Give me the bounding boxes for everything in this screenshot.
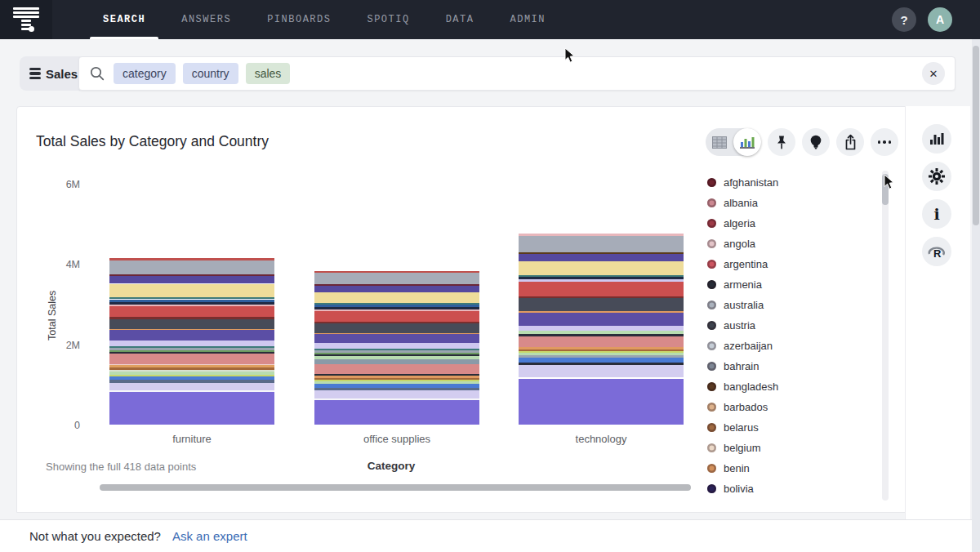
bar-segment[interactable] <box>109 392 274 425</box>
bar-segment[interactable] <box>519 282 684 296</box>
ellipsis-icon <box>878 140 892 144</box>
legend-item-armenia[interactable]: armenia <box>707 274 871 295</box>
legend-label: belgium <box>724 442 761 454</box>
bar-segment[interactable] <box>109 306 274 317</box>
legend-item-albania[interactable]: albania <box>707 193 871 213</box>
lightbulb-icon <box>809 134 822 150</box>
bar-segment[interactable] <box>109 319 274 329</box>
legend-item-barbados[interactable]: barbados <box>707 397 871 417</box>
bar-segment[interactable] <box>314 273 479 284</box>
bar-segment[interactable] <box>519 365 684 377</box>
legend-item-azerbaijan[interactable]: azerbaijan <box>707 336 871 356</box>
pin-button[interactable] <box>768 128 795 156</box>
query-details-button[interactable]: i <box>922 199 951 229</box>
legend-dot <box>707 300 716 309</box>
legend-item-benin[interactable]: benin <box>707 458 871 479</box>
bar-segment[interactable] <box>314 323 479 333</box>
legend-item-angola[interactable]: angola <box>707 234 871 254</box>
chart-settings-button[interactable] <box>922 162 951 191</box>
legend-label: australia <box>724 299 764 311</box>
bar-segment[interactable] <box>109 330 274 341</box>
chart-legend: afghanistanalbaniaalgeriaangolaargentina… <box>707 172 871 499</box>
stacked-bar-technology[interactable] <box>519 234 684 425</box>
nav-item-pinboards[interactable]: PINBOARDS <box>249 0 349 39</box>
search-token-sales[interactable]: sales <box>246 63 291 84</box>
gear-icon <box>928 167 946 185</box>
bar-segment[interactable] <box>314 286 479 292</box>
legend-scrollbar-track[interactable] <box>882 171 889 501</box>
page-scrollbar-thumb[interactable] <box>973 46 979 225</box>
legend-label: barbados <box>724 401 768 413</box>
x-category-office-supplies: office supplies <box>314 433 479 445</box>
nav-item-data[interactable]: DATA <box>428 0 492 39</box>
bar-segment[interactable] <box>109 341 274 346</box>
table-icon <box>712 136 727 149</box>
thoughtspot-logo[interactable] <box>0 0 52 39</box>
stacked-bar-office-supplies[interactable] <box>314 271 479 425</box>
bar-segment[interactable] <box>314 343 479 349</box>
stacked-bar-furniture[interactable] <box>109 258 274 425</box>
bar-segment[interactable] <box>519 254 684 261</box>
bar-segment[interactable] <box>314 400 479 425</box>
answer-toolbar <box>706 128 898 156</box>
legend-item-algeria[interactable]: algeria <box>707 213 871 234</box>
more-options-button[interactable] <box>871 128 898 156</box>
search-bar[interactable]: categorycountrysales ✕ <box>78 56 956 91</box>
legend-item-bahrain[interactable]: bahrain <box>707 356 871 376</box>
legend-dot <box>707 239 716 248</box>
legend-item-austria[interactable]: austria <box>707 315 871 336</box>
bar-segment[interactable] <box>519 336 684 347</box>
answer-title: Total Sales by Category and Country <box>36 133 269 150</box>
bar-segment[interactable] <box>519 261 684 275</box>
spotiq-insight-button[interactable] <box>802 128 830 156</box>
r-analysis-button[interactable]: R <box>922 237 951 266</box>
bar-chart-icon <box>929 132 944 145</box>
help-button[interactable]: ? <box>892 7 916 32</box>
bar-segment[interactable] <box>314 390 479 398</box>
datasource-selector[interactable]: Sales <box>20 56 87 91</box>
bar-segment[interactable] <box>519 236 684 252</box>
expert-footer: Not what you expected? Ask an expert <box>0 519 972 552</box>
bar-segment[interactable] <box>519 298 684 311</box>
legend-item-bolivia[interactable]: bolivia <box>707 479 871 499</box>
bar-segment[interactable] <box>314 292 479 303</box>
nav-item-spotiq[interactable]: SPOTIQ <box>349 0 427 39</box>
bar-segment[interactable] <box>519 313 684 326</box>
search-token-country[interactable]: country <box>183 63 238 84</box>
bar-segment[interactable] <box>314 364 479 374</box>
legend-label: bahrain <box>724 360 759 372</box>
legend-label: bangladesh <box>724 381 778 393</box>
pin-icon <box>774 135 789 150</box>
legend-item-bangladesh[interactable]: bangladesh <box>707 376 871 397</box>
legend-item-argentina[interactable]: argentina <box>707 254 871 274</box>
bar-segment[interactable] <box>109 354 274 364</box>
ask-expert-link[interactable]: Ask an expert <box>172 529 247 543</box>
top-nav: SEARCHANSWERSPINBOARDSSPOTIQDATAADMIN ? … <box>0 0 980 39</box>
legend-item-afghanistan[interactable]: afghanistan <box>707 172 871 193</box>
bar-segment[interactable] <box>109 383 274 390</box>
legend-item-belgium[interactable]: belgium <box>707 438 871 458</box>
share-button[interactable] <box>836 128 864 156</box>
chart-type-button[interactable] <box>922 124 951 154</box>
avatar[interactable]: A <box>928 7 952 32</box>
nav-item-answers[interactable]: ANSWERS <box>163 0 249 39</box>
legend-dot <box>707 280 716 289</box>
nav-item-search[interactable]: SEARCH <box>85 0 163 39</box>
table-view-button[interactable] <box>706 128 733 156</box>
clear-search-button[interactable]: ✕ <box>922 62 945 85</box>
legend-item-australia[interactable]: australia <box>707 295 871 315</box>
bar-segment[interactable] <box>519 379 684 425</box>
legend-scrollbar-thumb[interactable] <box>882 174 889 205</box>
bar-segment[interactable] <box>314 311 479 322</box>
chart-horizontal-scrollbar[interactable] <box>100 484 691 491</box>
datasource-name: Sales <box>46 67 78 81</box>
chart-view-button[interactable] <box>733 128 761 156</box>
bar-segment[interactable] <box>314 334 479 343</box>
nav-item-admin[interactable]: ADMIN <box>492 0 564 39</box>
search-token-category[interactable]: category <box>114 63 176 84</box>
legend-item-belarus[interactable]: belarus <box>707 417 871 438</box>
bar-segment[interactable] <box>109 284 274 297</box>
bar-segment[interactable] <box>109 260 274 274</box>
bar-segment[interactable] <box>109 276 274 283</box>
svg-text:R: R <box>933 247 942 260</box>
